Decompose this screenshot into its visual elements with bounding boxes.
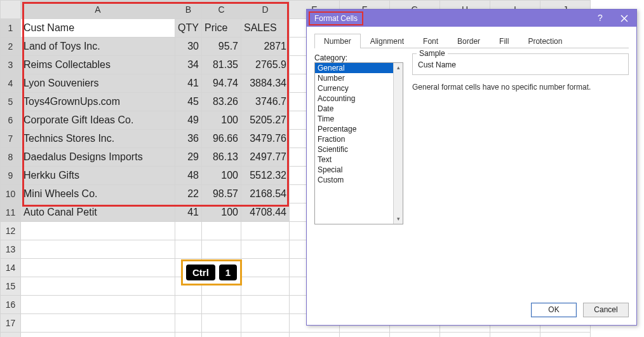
cell-C2[interactable]: 95.7 — [202, 38, 241, 56]
category-item-special[interactable]: Special — [315, 165, 403, 175]
cell-D16[interactable] — [241, 296, 290, 314]
cell-C4[interactable]: 94.74 — [202, 74, 241, 93]
category-item-date[interactable]: Date — [315, 104, 403, 114]
row-header-16[interactable]: 16 — [1, 296, 21, 314]
cell-D1[interactable]: SALES — [241, 19, 290, 38]
row-header-14[interactable]: 14 — [1, 259, 21, 277]
cell-D2[interactable]: 2871 — [241, 38, 290, 56]
cell-A4[interactable]: Lyon Souveniers — [21, 74, 175, 93]
tab-border[interactable]: Border — [448, 34, 490, 48]
cell-B6[interactable]: 49 — [175, 111, 202, 130]
cell-G18[interactable] — [390, 333, 440, 338]
cell-C6[interactable]: 100 — [202, 111, 241, 130]
row-header-2[interactable]: 2 — [1, 38, 21, 56]
column-header-C[interactable]: C — [202, 1, 241, 19]
category-item-percentage[interactable]: Percentage — [315, 124, 403, 134]
row-header-3[interactable]: 3 — [1, 56, 21, 74]
scrollbar[interactable]: ▴ ▾ — [393, 63, 403, 224]
row-header-7[interactable]: 7 — [1, 130, 21, 148]
row-header-15[interactable]: 15 — [1, 277, 21, 296]
cell-D5[interactable]: 3746.7 — [241, 93, 290, 111]
row-header-6[interactable]: 6 — [1, 111, 21, 130]
cell-D14[interactable] — [241, 259, 290, 277]
row-header-4[interactable]: 4 — [1, 74, 21, 93]
tab-alignment[interactable]: Alignment — [361, 34, 413, 48]
category-item-fraction[interactable]: Fraction — [315, 134, 403, 144]
cell-D3[interactable]: 2765.9 — [241, 56, 290, 74]
cell-B17[interactable] — [175, 314, 202, 333]
cell-C5[interactable]: 83.26 — [202, 93, 241, 111]
cell-C9[interactable]: 100 — [202, 167, 241, 185]
cell-A3[interactable]: Reims Collectables — [21, 56, 175, 74]
close-button[interactable] — [612, 15, 636, 22]
cell-B11[interactable]: 41 — [175, 203, 202, 222]
cell-A8[interactable]: Daedalus Designs Imports — [21, 148, 175, 167]
cell-C18[interactable] — [202, 333, 241, 338]
cell-D13[interactable] — [241, 240, 290, 259]
cell-D10[interactable]: 2168.54 — [241, 185, 290, 203]
cell-B16[interactable] — [175, 296, 202, 314]
cell-B18[interactable] — [175, 333, 202, 338]
cell-A1[interactable]: Cust Name — [21, 19, 175, 38]
cell-D18[interactable] — [241, 333, 290, 338]
cell-D11[interactable]: 4708.44 — [241, 203, 290, 222]
category-item-scientific[interactable]: Scientific — [315, 144, 403, 155]
cell-C17[interactable] — [202, 314, 241, 333]
category-item-time[interactable]: Time — [315, 114, 403, 124]
cell-C3[interactable]: 81.35 — [202, 56, 241, 74]
category-item-general[interactable]: General — [315, 63, 403, 73]
row-header-8[interactable]: 8 — [1, 148, 21, 167]
row-header-10[interactable]: 10 — [1, 185, 21, 203]
cell-B4[interactable]: 41 — [175, 74, 202, 93]
cell-A10[interactable]: Mini Wheels Co. — [21, 185, 175, 203]
cell-B13[interactable] — [175, 240, 202, 259]
row-header-13[interactable]: 13 — [1, 240, 21, 259]
cell-B5[interactable]: 45 — [175, 93, 202, 111]
cell-A17[interactable] — [21, 314, 175, 333]
tab-number[interactable]: Number — [314, 34, 361, 48]
row-header-5[interactable]: 5 — [1, 93, 21, 111]
cell-C10[interactable]: 98.57 — [202, 185, 241, 203]
cell-C11[interactable]: 100 — [202, 203, 241, 222]
cell-E18[interactable] — [290, 333, 340, 338]
cell-A14[interactable] — [21, 259, 175, 277]
cell-F18[interactable] — [340, 333, 390, 338]
cell-A6[interactable]: Corporate Gift Ideas Co. — [21, 111, 175, 130]
scroll-down-icon[interactable]: ▾ — [394, 214, 403, 224]
cell-B10[interactable]: 22 — [175, 185, 202, 203]
column-header-B[interactable]: B — [175, 1, 202, 19]
cell-A7[interactable]: Technics Stores Inc. — [21, 130, 175, 148]
tab-protection[interactable]: Protection — [518, 34, 572, 48]
cell-C12[interactable] — [202, 222, 241, 240]
category-item-number[interactable]: Number — [315, 73, 403, 83]
cell-B1[interactable]: QTY — [175, 19, 202, 38]
cell-D7[interactable]: 3479.76 — [241, 130, 290, 148]
ok-button[interactable]: OK — [531, 303, 577, 317]
row-header-11[interactable]: 11 — [1, 203, 21, 222]
cell-H18[interactable] — [440, 333, 490, 338]
category-listbox[interactable]: GeneralNumberCurrencyAccountingDateTimeP… — [314, 62, 403, 224]
dialog-titlebar[interactable]: Format Cells ? — [307, 10, 636, 27]
column-header-A[interactable]: A — [21, 1, 175, 19]
cell-J18[interactable] — [540, 333, 591, 338]
cell-A11[interactable]: Auto Canal Petit — [21, 203, 175, 222]
select-all-corner[interactable] — [1, 1, 21, 19]
cell-B3[interactable]: 34 — [175, 56, 202, 74]
cell-D8[interactable]: 2497.77 — [241, 148, 290, 167]
cell-B7[interactable]: 36 — [175, 130, 202, 148]
row-header-17[interactable]: 17 — [1, 314, 21, 333]
row-header-9[interactable]: 9 — [1, 167, 21, 185]
cell-C13[interactable] — [202, 240, 241, 259]
cell-D4[interactable]: 3884.34 — [241, 74, 290, 93]
cell-B9[interactable]: 48 — [175, 167, 202, 185]
row-header-18[interactable]: 18 — [1, 333, 21, 338]
cell-C7[interactable]: 96.66 — [202, 130, 241, 148]
cell-B8[interactable]: 29 — [175, 148, 202, 167]
cancel-button[interactable]: Cancel — [583, 303, 629, 317]
category-item-accounting[interactable]: Accounting — [315, 93, 403, 104]
cell-A5[interactable]: Toys4GrownUps.com — [21, 93, 175, 111]
tab-font[interactable]: Font — [413, 34, 448, 48]
cell-A15[interactable] — [21, 277, 175, 296]
row-header-1[interactable]: 1 — [1, 19, 21, 38]
cell-D6[interactable]: 5205.27 — [241, 111, 290, 130]
